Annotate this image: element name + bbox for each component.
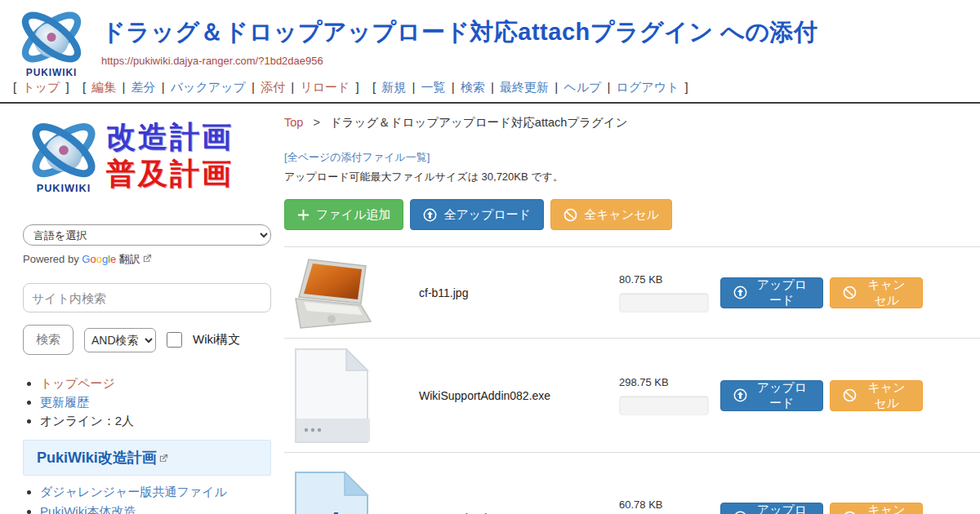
sidebar-item-update-history[interactable]: 更新履歴 xyxy=(40,395,89,409)
list-item: 更新履歴 xyxy=(40,393,271,411)
file-name: WikiSupportAddin082.exe xyxy=(419,389,619,402)
image-thumbnail-laptop xyxy=(292,256,374,330)
nav-edit[interactable]: 編集 xyxy=(91,80,116,94)
nav-diff[interactable]: 差分 xyxy=(131,80,156,94)
sidebar-item-top-page[interactable]: トップページ xyxy=(40,376,115,390)
add-files-button[interactable]: ファイル追加 xyxy=(284,199,403,230)
file-name: cf-b11.jpg xyxy=(419,286,619,299)
bracket: ] xyxy=(685,80,688,94)
nav-attach[interactable]: 添付 xyxy=(261,80,285,94)
page-url-link[interactable]: https://pukiwiki.dajya-ranger.com/?1bd2d… xyxy=(101,55,980,67)
bracket: [ xyxy=(372,80,376,94)
nav-help[interactable]: ヘルプ xyxy=(564,80,601,94)
nav-backup[interactable]: バックアップ xyxy=(171,80,246,94)
separator: | xyxy=(162,80,165,94)
breadcrumb: Top > ドラッグ＆ドロップアップロード対応attachプラグイン xyxy=(284,115,980,131)
nav-reload[interactable]: リロード xyxy=(300,80,350,94)
breadcrumb-top-link[interactable]: Top xyxy=(284,116,303,129)
file-row: </> contents.html 60.78 KB アップロード キャンセル xyxy=(284,452,980,514)
google-logo: Google xyxy=(82,253,116,265)
file-size: 80.75 KB xyxy=(619,273,709,286)
sidebar-item-core-mod[interactable]: PukiWiki本体改造 xyxy=(40,504,136,514)
logo-kaizou-keikaku: 改造計画 xyxy=(106,118,234,155)
nav-recent[interactable]: 最終更新 xyxy=(500,80,549,94)
cancel-all-button[interactable]: 全キャンセル xyxy=(550,199,672,230)
list-item: トップページ xyxy=(40,374,271,392)
separator: | xyxy=(491,80,494,94)
site-search-input[interactable] xyxy=(23,283,271,312)
breadcrumb-separator: > xyxy=(313,116,319,129)
bracket: ] xyxy=(66,80,69,94)
ban-icon xyxy=(564,208,577,222)
sidebar-logo[interactable]: PUKIWIKI 改造計画 普及計画 xyxy=(23,115,271,195)
separator: | xyxy=(252,80,255,94)
cancel-button[interactable]: キャンセル xyxy=(830,277,923,308)
file-row: cf-b11.jpg 80.75 KB アップロード キャンセル xyxy=(284,246,980,338)
ban-icon xyxy=(843,286,857,299)
nav-list[interactable]: 一覧 xyxy=(421,80,446,94)
upload-button[interactable]: アップロード xyxy=(720,380,823,411)
upload-progress-bar xyxy=(619,396,709,415)
external-link-icon xyxy=(159,454,168,463)
sidebar-item-common-files[interactable]: ダジャレンジャー版共通ファイル xyxy=(40,485,227,498)
breadcrumb-current-page: ドラッグ＆ドロップアップロード対応attachプラグイン xyxy=(330,116,628,129)
header: PUKIWIKI ドラッグ＆ドロップアップロード対応attachプラグイン への… xyxy=(0,0,980,78)
nav-logout[interactable]: ログアウト xyxy=(617,80,679,94)
pukiwiki-logo-icon[interactable]: PUKIWIKI xyxy=(13,4,90,79)
upload-progress-bar xyxy=(619,293,709,312)
translate-link[interactable]: 翻訳 xyxy=(119,253,140,265)
list-item: PukiWiki本体改造 xyxy=(40,503,271,514)
html-file-icon: </> xyxy=(292,470,371,514)
logo-fukyuu-keikaku: 普及計画 xyxy=(106,155,234,192)
cancel-button[interactable]: キャンセル xyxy=(830,380,923,411)
ban-icon xyxy=(843,388,857,402)
main-content: Top > ドラッグ＆ドロップアップロード対応attachプラグイン [全ページ… xyxy=(283,104,980,514)
separator: | xyxy=(452,80,455,94)
upload-circle-icon xyxy=(423,208,437,222)
top-navbar: [ トップ ] [ 編集 | 差分 | バックアップ | 添付 | リロード ]… xyxy=(0,78,980,104)
wiki-syntax-checkbox[interactable] xyxy=(167,332,182,348)
cancel-button[interactable]: キャンセル xyxy=(830,503,923,514)
generic-file-icon xyxy=(292,347,371,445)
upload-button[interactable]: アップロード xyxy=(720,277,823,308)
sidebar: PUKIWIKI 改造計画 普及計画 言語を選択 Powered by Goog… xyxy=(0,104,283,514)
sidebar-links-primary: トップページ 更新履歴 オンライン：2人 xyxy=(23,374,271,429)
upload-all-button[interactable]: 全アップロード xyxy=(410,199,544,230)
nav-top[interactable]: トップ xyxy=(22,80,60,94)
bracket: ] xyxy=(356,80,359,94)
file-row: WikiSupportAddin082.exe 298.75 KB アップロード… xyxy=(284,338,980,452)
ban-icon xyxy=(843,511,857,514)
upload-circle-icon xyxy=(733,286,747,299)
file-size: 298.75 KB xyxy=(619,376,709,388)
featured-site-box[interactable]: PukiWiki改造計画 xyxy=(23,440,271,476)
powered-by-google: Powered by Google 翻訳 xyxy=(23,252,271,267)
nav-new[interactable]: 新規 xyxy=(381,80,406,94)
separator: | xyxy=(608,80,611,94)
search-mode-select[interactable]: AND検索 xyxy=(84,328,156,352)
wiki-syntax-label: Wiki構文 xyxy=(193,332,240,348)
upload-file-list: cf-b11.jpg 80.75 KB アップロード キャンセル xyxy=(284,246,980,514)
pukiwiki-kaizou-link[interactable]: PukiWiki改造計画 xyxy=(37,450,157,466)
bulk-actions: ファイル追加 全アップロード 全キャンセル xyxy=(284,199,980,230)
page-title: ドラッグ＆ドロップアップロード対応attachプラグイン への添付 xyxy=(101,16,980,49)
svg-text:</>: </> xyxy=(295,506,368,514)
plus-icon xyxy=(297,209,310,221)
separator: | xyxy=(555,80,558,94)
separator: | xyxy=(412,80,415,94)
bracket: [ xyxy=(13,80,16,94)
powered-by-label: Powered by xyxy=(23,253,79,265)
sidebar-links-secondary: ダジャレンジャー版共通ファイル PukiWiki本体改造 PukiWikiテキス… xyxy=(23,484,271,514)
max-upload-size-text: アップロード可能最大ファイルサイズは 30,720KB です。 xyxy=(284,170,980,184)
search-button[interactable]: 検索 xyxy=(23,325,74,355)
separator: | xyxy=(291,80,294,94)
pukiwiki-logo-text: PUKIWIKI xyxy=(26,67,77,78)
bracket: [ xyxy=(82,80,86,94)
language-select[interactable]: 言語を選択 xyxy=(23,224,271,246)
online-count: オンライン：2人 xyxy=(40,412,271,430)
all-attachments-link[interactable]: [全ページの添付ファイル一覧] xyxy=(284,150,430,165)
upload-button[interactable]: アップロード xyxy=(720,503,823,514)
separator: | xyxy=(122,80,125,94)
upload-circle-icon xyxy=(733,388,747,402)
pukiwiki-logo-text: PUKIWIKI xyxy=(37,182,91,194)
nav-search[interactable]: 検索 xyxy=(461,80,485,94)
